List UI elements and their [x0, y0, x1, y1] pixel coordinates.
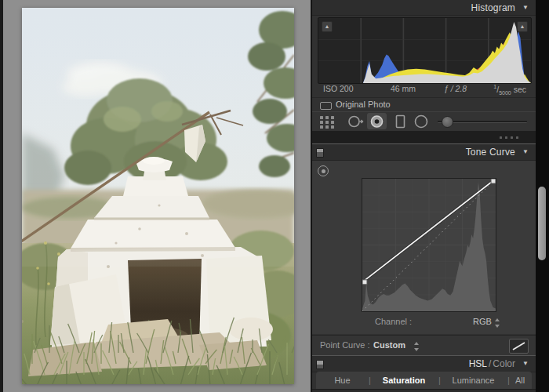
- exif-info-row: ISO 200 46 mm ƒ / 2.8 1/5000 sec: [312, 84, 536, 96]
- slider-knob[interactable]: [442, 116, 453, 128]
- histogram-panel-header[interactable]: Histogram ▼: [312, 0, 536, 16]
- red-eye-tool-icon[interactable]: [367, 112, 387, 131]
- point-curve-label: Point Curve :: [320, 340, 370, 350]
- hsl-tab-bar: Hue | Saturation | Luminance | All: [316, 372, 532, 389]
- radial-filter-tool-icon[interactable]: [413, 112, 430, 131]
- targeted-adjustment-icon[interactable]: [318, 165, 329, 176]
- panel-resize-grip[interactable]: [500, 136, 518, 139]
- point-curve-row: Point Curve : Custom: [312, 335, 536, 356]
- graduated-filter-tool-icon[interactable]: [394, 112, 408, 131]
- channel-label: Channel :: [375, 317, 412, 326]
- tone-curve-panel-title: Tone Curve: [466, 147, 515, 158]
- hsl-color-panel-title: HSL/Color: [469, 358, 515, 369]
- panel-solo-mode-icon[interactable]: [316, 360, 324, 369]
- point-curve-stepper-icon[interactable]: [414, 342, 420, 351]
- panel-group-gap: [312, 131, 536, 143]
- tone-curve-collapse-icon[interactable]: ▼: [522, 148, 529, 155]
- edit-point-curve-button[interactable]: [509, 339, 529, 354]
- channel-row: Channel : RGB: [312, 314, 536, 330]
- scrollbar-thumb[interactable]: [538, 187, 546, 260]
- shutter-speed-value: 1/5000 sec: [493, 84, 526, 96]
- histogram-panel-title: Histogram: [471, 2, 515, 13]
- tone-curve-editor[interactable]: [362, 178, 496, 312]
- tone-curve-chart: [362, 179, 496, 311]
- panel-scrollbar[interactable]: [536, 0, 549, 392]
- tab-all[interactable]: All: [508, 376, 532, 385]
- photo-canvas-background: [3, 0, 311, 392]
- tool-strip: [312, 111, 536, 132]
- tab-hue[interactable]: Hue: [316, 376, 369, 385]
- hsl-collapse-icon[interactable]: ▼: [522, 360, 529, 367]
- photo-illustration: [22, 8, 294, 384]
- histogram-display[interactable]: ▲ ▲: [318, 17, 532, 84]
- shadow-clipping-indicator[interactable]: ▲: [322, 21, 333, 32]
- iso-value: ISO 200: [323, 84, 354, 93]
- highlight-clipping-indicator[interactable]: ▲: [517, 21, 528, 32]
- histogram-chart: [318, 18, 531, 83]
- tone-curve-panel-body: Channel : RGB: [312, 161, 536, 334]
- tool-strip-slider[interactable]: [438, 112, 527, 131]
- aperture-value: ƒ / 2.8: [444, 84, 467, 93]
- tab-saturation[interactable]: Saturation: [369, 376, 438, 385]
- next-panel-edge: [312, 389, 536, 392]
- original-photo-icon: [320, 102, 332, 110]
- photo-image[interactable]: [22, 8, 294, 384]
- crop-overlay-tool-icon[interactable]: [319, 112, 336, 131]
- histogram-collapse-icon[interactable]: ▼: [522, 4, 529, 11]
- hsl-color-panel-header[interactable]: HSL/Color ▼: [312, 355, 536, 372]
- spot-removal-tool-icon[interactable]: [347, 112, 364, 131]
- tone-curve-panel-header[interactable]: Tone Curve ▼: [312, 144, 536, 161]
- original-photo-row[interactable]: Original Photo: [312, 97, 536, 111]
- channel-select[interactable]: RGB: [473, 317, 492, 326]
- focal-length-value: 46 mm: [391, 84, 416, 93]
- develop-right-panel: Histogram ▼ ▲ ▲ ISO 200 46 mm ƒ / 2.8 1/…: [312, 0, 536, 392]
- channel-stepper-icon[interactable]: [495, 318, 500, 328]
- original-photo-label: Original Photo: [336, 100, 391, 109]
- panel-solo-mode-icon[interactable]: [316, 148, 324, 158]
- tab-luminance[interactable]: Luminance: [439, 376, 507, 385]
- point-curve-select[interactable]: Custom: [373, 340, 405, 350]
